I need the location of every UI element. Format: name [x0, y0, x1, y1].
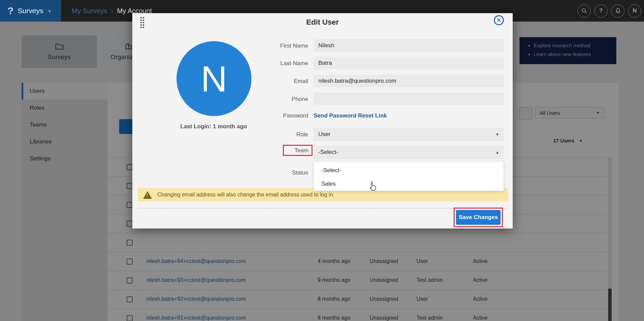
topbar-icon-group: ? N	[578, 0, 641, 22]
team-option-sales[interactable]: Sales	[314, 177, 504, 191]
search-icon[interactable]	[578, 4, 591, 18]
role-select-value: User	[318, 131, 330, 138]
modal-header: Edit User ✕	[132, 13, 513, 30]
team-label-red-highlight: Team	[283, 145, 313, 156]
status-label: Status	[247, 169, 308, 176]
role-label: Role	[247, 131, 308, 138]
app-menu-label: Surveys	[18, 7, 43, 15]
user-avatar: N	[177, 41, 251, 116]
help-icon[interactable]: ?	[594, 4, 608, 18]
email-field[interactable]	[314, 75, 504, 87]
save-changes-button[interactable]: Save Changes	[456, 210, 501, 225]
caret-up-icon: ▲	[495, 150, 499, 154]
modal-title: Edit User	[132, 18, 513, 27]
edit-user-modal: Edit User ✕ N Last Login: 1 month ago Fi…	[132, 13, 513, 229]
password-label: Password	[247, 112, 308, 119]
team-dropdown-menu: -Select- Sales	[314, 161, 504, 191]
send-password-reset-link[interactable]: Send Password Reset Link	[314, 112, 387, 119]
last-name-field[interactable]	[314, 57, 504, 69]
email-label: Email	[247, 78, 308, 85]
mouse-cursor-icon	[369, 181, 377, 191]
phone-label: Phone	[247, 96, 308, 103]
first-name-label: First Name	[247, 43, 308, 49]
close-icon[interactable]: ✕	[494, 15, 504, 25]
team-select[interactable]: -Select- ▲	[314, 145, 504, 159]
caret-down-icon: ▼	[47, 9, 52, 14]
last-name-label: Last Name	[247, 60, 308, 67]
notifications-bell-icon[interactable]	[611, 4, 624, 18]
avatar-initial: N	[201, 58, 227, 100]
caret-down-icon: ▼	[495, 132, 499, 136]
phone-field[interactable]	[314, 92, 504, 105]
team-select-value: -Select-	[318, 149, 338, 156]
questionpro-logo-icon: ?	[7, 5, 14, 17]
team-label: Team	[294, 147, 308, 154]
warning-text: Changing email address will also change …	[157, 192, 334, 198]
last-login-text: Last Login: 1 month ago	[156, 123, 271, 130]
footer-divider	[138, 208, 508, 209]
user-avatar-menu[interactable]: N	[628, 4, 641, 18]
warning-triangle-icon	[143, 191, 152, 199]
breadcrumb-separator-icon: ›	[111, 8, 113, 14]
app-logo-menu[interactable]: ? Surveys ▼	[0, 0, 61, 22]
role-select[interactable]: User ▼	[314, 128, 504, 141]
team-option-select[interactable]: -Select-	[314, 164, 504, 177]
breadcrumb-my-surveys[interactable]: My Surveys	[72, 7, 107, 15]
first-name-field[interactable]	[314, 39, 504, 52]
